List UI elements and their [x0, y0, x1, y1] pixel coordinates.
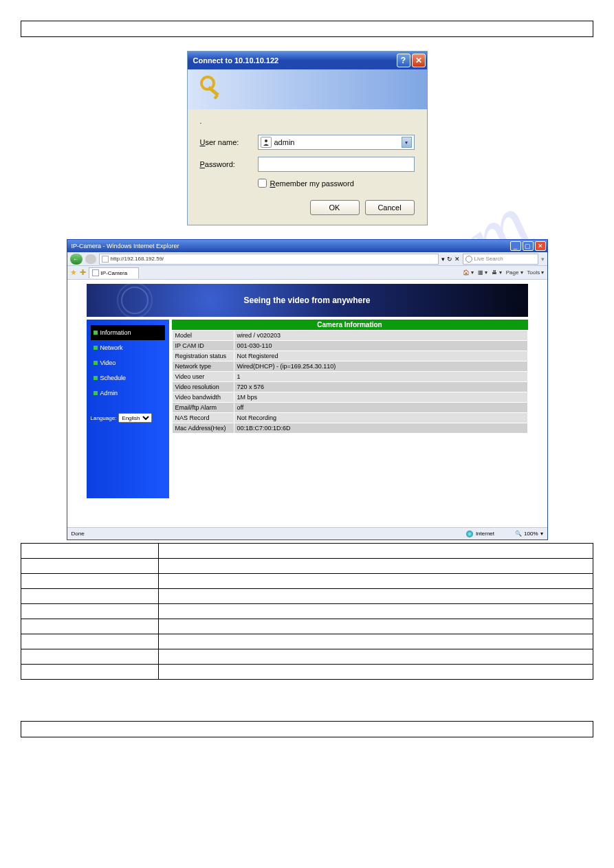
back-button[interactable]: ← — [70, 254, 83, 265]
info-value: 00:1B:C7:00:1D:6D — [234, 423, 527, 434]
feed-icon[interactable]: ▦ ▾ — [478, 269, 487, 276]
ok-button[interactable]: OK — [310, 200, 360, 215]
home-icon[interactable]: 🏠 ▾ — [463, 269, 474, 276]
cell — [21, 649, 159, 665]
cell — [159, 559, 593, 574]
cell — [159, 665, 593, 680]
zone-label: Internet — [476, 531, 494, 537]
zoom-icon: 🔍 — [515, 531, 522, 537]
sidebar-item-label: Schedule — [100, 375, 127, 381]
help-button[interactable]: ? — [397, 54, 410, 67]
info-key: Mac Address(Hex) — [172, 423, 234, 434]
window-close-button[interactable]: ✕ — [535, 241, 546, 251]
cell — [159, 649, 593, 665]
login-titlebar[interactable]: Connect to 10.10.10.122 ? ✕ — [188, 52, 427, 69]
sidebar-item-video[interactable]: Video — [91, 355, 165, 370]
sidebar-item-label: Video — [100, 359, 116, 366]
password-label: Password: — [200, 160, 258, 168]
cell — [21, 589, 159, 604]
cell — [159, 604, 593, 619]
info-value: 001-030-110 — [234, 341, 527, 351]
table-row — [21, 649, 593, 665]
status-text: Done — [72, 531, 466, 537]
address-text: http://192.168.192.59/ — [111, 256, 164, 262]
stop-button[interactable]: ✕ — [454, 256, 460, 263]
search-placeholder: Live Search — [474, 256, 503, 262]
footer-box — [21, 721, 593, 737]
cell — [159, 619, 593, 634]
cell — [21, 665, 159, 680]
camera-info-table: Modelwired / v020203IP CAM ID001-030-110… — [172, 330, 528, 434]
browser-titlebar[interactable]: IP-Camera - Windows Internet Explorer _ … — [67, 240, 547, 252]
description-table — [21, 543, 593, 680]
cell — [159, 574, 593, 589]
hero-ring-icon — [117, 282, 153, 318]
language-select[interactable]: English — [118, 413, 152, 423]
sidebar-item-schedule[interactable]: Schedule — [91, 370, 165, 386]
info-value: Not Registered — [234, 351, 527, 361]
sidebar-item-label: Information — [100, 329, 131, 336]
cell — [21, 604, 159, 619]
table-row: Video bandwidth1M bps — [172, 392, 527, 403]
cell — [21, 619, 159, 634]
search-bar[interactable]: Live Search — [463, 254, 538, 265]
hero-text: Seeing the video from anywhere — [243, 296, 370, 305]
status-bar: Done Internet 🔍 100% ▾ — [67, 527, 547, 539]
page-icon — [102, 256, 109, 263]
info-value: off — [234, 403, 527, 413]
language-label: Language: — [91, 415, 117, 421]
login-realm: . — [200, 118, 415, 125]
cell — [159, 589, 593, 604]
table-row — [21, 665, 593, 680]
address-toolbar: ← http://192.168.192.59/ ▾ ↻ ✕ Live Sear… — [67, 252, 547, 266]
maximize-button[interactable]: ▢ — [523, 241, 534, 251]
add-favorite-icon[interactable]: ✚ — [80, 268, 86, 277]
close-button[interactable]: ✕ — [412, 54, 426, 67]
info-value: Not Recording — [234, 413, 527, 423]
table-row: Network typeWired(DHCP) - (ip=169.254.30… — [172, 361, 527, 372]
info-key: NAS Record — [172, 413, 234, 423]
key-icon — [197, 75, 226, 104]
sidebar-item-network[interactable]: Network — [91, 340, 165, 355]
minimize-button[interactable]: _ — [510, 241, 521, 251]
zoom-dropdown-icon: ▾ — [540, 531, 543, 537]
go-dropdown-icon[interactable]: ▾ — [441, 256, 445, 263]
dropdown-icon[interactable]: ▾ — [402, 137, 412, 148]
password-input[interactable] — [258, 157, 415, 172]
sidebar-item-label: Admin — [100, 390, 118, 397]
zoom-control[interactable]: 🔍 100% ▾ — [515, 531, 542, 537]
remember-label: Remember my password — [270, 179, 354, 188]
sidebar: Information Network Video Schedule Admin… — [87, 320, 169, 498]
login-banner — [188, 69, 427, 109]
favorites-icon[interactable]: ★ — [70, 268, 77, 277]
bullet-icon — [94, 346, 98, 350]
info-value: Wired(DHCP) - (ip=169.254.30.110) — [234, 361, 527, 372]
browser-tab[interactable]: IP-Camera — [89, 267, 140, 278]
address-bar[interactable]: http://192.168.192.59/ — [99, 254, 439, 265]
tab-toolbar: ★ ✚ IP-Camera 🏠 ▾ ▦ ▾ 🖶 ▾ Page ▾ Tools ▾ — [67, 266, 547, 280]
info-key: Email/ftp Alarm — [172, 403, 234, 413]
table-row — [21, 619, 593, 634]
table-row — [21, 604, 593, 619]
tools-menu[interactable]: Tools ▾ — [527, 269, 545, 276]
remember-checkbox[interactable] — [258, 179, 267, 188]
table-row — [21, 589, 593, 604]
forward-button[interactable] — [85, 254, 96, 264]
info-header: Camera Information — [172, 320, 528, 330]
table-row: Video resolution720 x 576 — [172, 382, 527, 392]
table-row — [21, 574, 593, 589]
table-row: Video user1 — [172, 372, 527, 382]
tab-label: IP-Camera — [101, 270, 128, 276]
sidebar-item-admin[interactable]: Admin — [91, 386, 165, 401]
cell — [21, 634, 159, 649]
username-combo[interactable]: admin ▾ — [258, 135, 415, 150]
info-value: wired / v020203 — [234, 331, 527, 341]
cancel-button[interactable]: Cancel — [365, 200, 415, 215]
login-title: Connect to 10.10.10.122 — [193, 56, 395, 65]
page-menu[interactable]: Page ▾ — [506, 269, 523, 276]
search-dropdown-icon[interactable]: ▾ — [541, 256, 545, 263]
print-icon[interactable]: 🖶 ▾ — [492, 269, 501, 276]
sidebar-item-information[interactable]: Information — [91, 325, 165, 340]
refresh-button[interactable]: ↻ — [447, 256, 452, 263]
bullet-icon — [94, 376, 98, 380]
